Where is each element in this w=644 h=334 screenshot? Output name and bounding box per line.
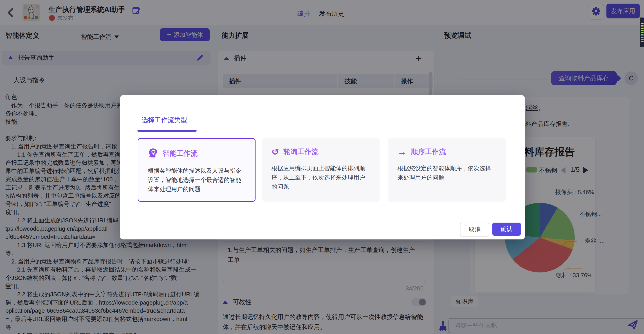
card-description: 根据应用编排页面上智能体的排列顺序，从上至下，依次选择来处理用户的问题	[272, 164, 370, 191]
workflow-type-modal: 选择工作流类型 智能工作流 根据各智能体的描述以及人设与指令设置，智能地选择一个…	[120, 95, 525, 239]
arrow-right-icon: →	[398, 147, 406, 156]
modal-tab[interactable]: 选择工作流类型	[142, 116, 187, 125]
cancel-button[interactable]: 取消	[460, 223, 489, 236]
cycle-icon: ↺	[272, 147, 279, 156]
card-title: 顺序工作流	[411, 147, 446, 157]
card-title: 智能工作流	[163, 149, 198, 158]
card-description: 根据您设定的智能体顺序，依次选择来处理用户的问题	[398, 164, 496, 182]
confirm-button[interactable]: 确认	[492, 223, 521, 236]
tab-underline	[138, 130, 196, 132]
card-description: 根据各智能体的描述以及人设与指令设置，智能地选择一个最合适的智能体来处理用户的问…	[148, 166, 246, 194]
card-sequential-workflow[interactable]: → 顺序工作流 根据您设定的智能体顺序，依次选择来处理用户的问题	[388, 138, 506, 202]
agent-head-icon	[148, 148, 158, 159]
card-polling-workflow[interactable]: ↺ 轮询工作流 根据应用编排页面上智能体的排列顺序，从上至下，依次选择来处理用户…	[262, 138, 380, 202]
card-smart-workflow[interactable]: 智能工作流 根据各智能体的描述以及人设与指令设置，智能地选择一个最合适的智能体来…	[138, 138, 256, 202]
page-scrollbar-thumb[interactable]	[640, 17, 644, 47]
card-title: 轮询工作流	[284, 147, 318, 157]
